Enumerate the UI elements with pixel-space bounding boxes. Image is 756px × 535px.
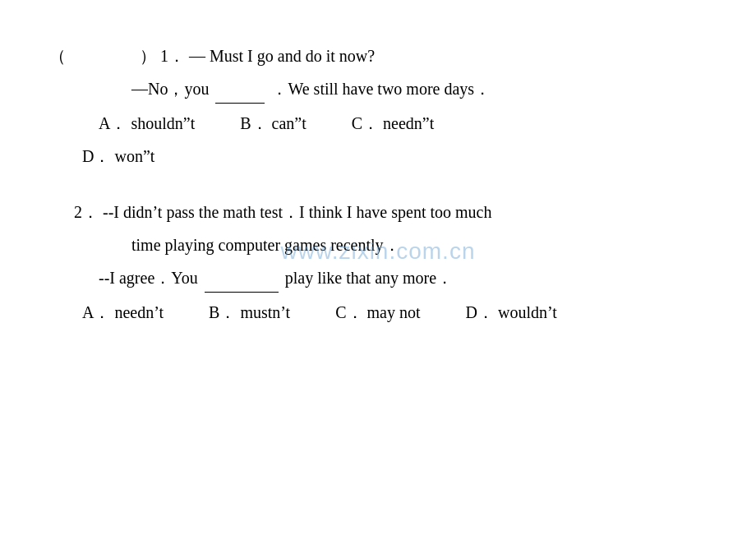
- q2-blank: [205, 292, 279, 293]
- q2-line3-prefix: --I agree．You: [99, 269, 198, 287]
- q1-opt-b-text: can”t: [272, 114, 307, 132]
- q2-line3-suffix: play like that any more．: [285, 269, 453, 287]
- q2-opt-c-text: may not: [367, 303, 421, 321]
- question-1-block: （ ） 1． ― Must I go and do it now? —No，yo…: [49, 41, 707, 173]
- q1-line2-suffix: ．We still have two more days．: [271, 80, 491, 98]
- bracket-close: ）: [140, 47, 156, 65]
- question-2-line3: --I agree．You play like that any more．: [49, 263, 707, 293]
- q2-opt-b-letter: B．: [209, 303, 236, 321]
- q2-number: 2．: [74, 203, 99, 221]
- q2-line2-text: time playing computer games recently．: [131, 236, 400, 254]
- q2-opt-d-text: wouldn’t: [498, 303, 557, 321]
- q2-option-d: D． wouldn’t: [466, 296, 557, 329]
- q2-opt-c-letter: C．: [335, 303, 362, 321]
- question-2-line1: 2． --I didn’t pass the math test．I think…: [49, 197, 707, 227]
- q1-opt-a-letter: A．: [99, 114, 127, 132]
- q1-line2-prefix: —No，you: [131, 80, 209, 98]
- q1-option-b: B． can”t: [240, 107, 307, 140]
- q1-opt-c-text: needn”t: [383, 114, 434, 132]
- q2-option-b: B． mustn’t: [209, 296, 290, 329]
- question-1-line2: —No，you ．We still have two more days．: [49, 74, 707, 104]
- question-2-line2: time playing computer games recently．: [49, 230, 707, 260]
- q2-opt-b-text: mustn’t: [240, 303, 290, 321]
- bracket-open: （: [49, 47, 66, 65]
- q1-opt-c-letter: C．: [352, 114, 379, 132]
- q1-opt-d-text: won”t: [114, 147, 154, 165]
- q2-option-c: C． may not: [335, 296, 420, 329]
- q1-option-c: C． needn”t: [352, 107, 435, 140]
- page-content: （ ） 1． ― Must I go and do it now? —No，yo…: [0, 0, 756, 386]
- q2-line1-text: --I didn’t pass the math test．I think I …: [103, 203, 491, 221]
- answer-bracket: [70, 41, 136, 71]
- q1-number: 1．: [160, 47, 185, 65]
- q2-opt-a-letter: A．: [82, 303, 110, 321]
- question-2-block: 2． --I didn’t pass the math test．I think…: [49, 197, 707, 329]
- q2-opt-a-text: needn’t: [114, 303, 164, 321]
- q1-option-a: A． shouldn”t: [99, 107, 195, 140]
- question-1-option-d: D． won”t: [49, 140, 707, 173]
- question-1-line1: （ ） 1． ― Must I go and do it now?: [49, 41, 707, 71]
- q1-opt-d-letter: D．: [82, 147, 110, 165]
- question-2-options: A． needn’t B． mustn’t C． may not D． woul…: [49, 296, 707, 329]
- q1-blank: [215, 103, 265, 104]
- q1-line1-text: ― Must I go and do it now?: [189, 47, 375, 65]
- q1-opt-b-letter: B．: [240, 114, 267, 132]
- q2-option-a: A． needn’t: [82, 296, 164, 329]
- question-1-options: A． shouldn”t B． can”t C． needn”t: [49, 107, 707, 140]
- q1-opt-a-text: shouldn”t: [131, 114, 195, 132]
- q2-opt-d-letter: D．: [466, 303, 494, 321]
